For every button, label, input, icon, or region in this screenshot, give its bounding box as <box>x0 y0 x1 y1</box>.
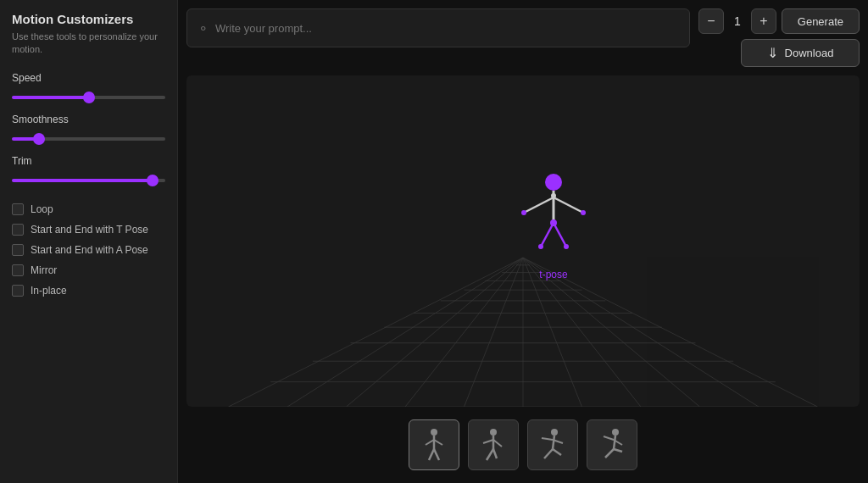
svg-point-27 <box>581 210 586 215</box>
svg-line-48 <box>542 438 553 440</box>
svg-line-50 <box>544 449 553 458</box>
svg-line-28 <box>541 223 554 247</box>
sidebar-title: Motion Customizers <box>12 12 165 26</box>
svg-line-54 <box>604 436 614 440</box>
checkbox-loop-label: Loop <box>31 203 53 215</box>
smoothness-label: Smoothness <box>12 114 165 125</box>
svg-point-32 <box>550 219 557 226</box>
svg-line-14 <box>405 258 523 407</box>
trim-slider[interactable] <box>12 179 165 182</box>
character-label: t-pose <box>539 269 567 280</box>
speed-label: Speed <box>12 72 165 84</box>
svg-point-22 <box>545 174 562 191</box>
svg-line-45 <box>493 449 497 458</box>
svg-point-34 <box>431 429 437 436</box>
prompt-area[interactable]: ⚬ <box>186 8 690 47</box>
trim-slider-wrapper <box>12 172 165 185</box>
checkbox-apose-box[interactable] <box>12 244 24 256</box>
character-wrapper: t-pose <box>515 172 592 280</box>
checkbox-section: Loop Start and End with T Pose Start and… <box>12 203 165 297</box>
svg-line-13 <box>347 258 523 407</box>
search-icon: ⚬ <box>198 20 209 36</box>
speed-slider[interactable] <box>12 96 165 99</box>
svg-line-44 <box>487 449 493 460</box>
smoothness-slider-wrapper <box>12 130 165 143</box>
svg-line-11 <box>229 258 523 407</box>
checkbox-tpose-label: Start and End with T Pose <box>31 224 148 236</box>
smoothness-section: Smoothness <box>12 114 165 143</box>
speed-section: Speed <box>12 72 165 102</box>
checkbox-loop-box[interactable] <box>12 203 24 215</box>
pose-icon-2 <box>478 428 509 462</box>
svg-line-53 <box>614 436 615 449</box>
checkbox-mirror-box[interactable] <box>12 264 24 276</box>
smoothness-slider[interactable] <box>12 137 165 141</box>
sidebar: Motion Customizers Use these tools to pe… <box>0 0 178 483</box>
pose-card-1[interactable] <box>409 419 459 470</box>
svg-point-46 <box>551 429 558 436</box>
svg-line-56 <box>605 449 614 458</box>
svg-line-12 <box>287 258 523 407</box>
checkbox-inplace-box[interactable] <box>12 285 24 297</box>
top-bar: ⚬ − 1 + Generate ⇓ Download <box>186 8 860 67</box>
svg-point-52 <box>612 429 619 436</box>
svg-point-31 <box>564 244 569 249</box>
main-content: ⚬ − 1 + Generate ⇓ Download <box>178 0 868 483</box>
bottom-pose-bar <box>186 415 860 475</box>
generate-button[interactable]: Generate <box>782 8 860 34</box>
character-svg <box>515 172 592 265</box>
download-label: Download <box>785 47 834 59</box>
svg-line-57 <box>614 449 622 452</box>
checkbox-mirror[interactable]: Mirror <box>12 264 165 276</box>
increment-button[interactable]: + <box>751 8 776 34</box>
sidebar-subtitle: Use these tools to personalize your moti… <box>12 31 165 57</box>
svg-point-33 <box>551 193 556 198</box>
trim-section: Trim <box>12 155 165 185</box>
checkbox-inplace[interactable]: In-place <box>12 285 165 297</box>
pose-icon-3 <box>537 428 568 462</box>
counter-value: 1 <box>729 14 746 28</box>
download-button[interactable]: ⇓ Download <box>741 39 860 67</box>
pose-card-2[interactable] <box>468 419 519 470</box>
pose-card-3[interactable] <box>527 419 578 470</box>
trim-label: Trim <box>12 155 165 167</box>
svg-line-38 <box>429 449 434 460</box>
pose-card-4[interactable] <box>587 419 637 470</box>
svg-point-30 <box>538 244 543 249</box>
checkbox-tpose[interactable]: Start and End with T Pose <box>12 224 165 236</box>
checkbox-tpose-box[interactable] <box>12 224 24 236</box>
svg-line-24 <box>524 197 554 213</box>
svg-line-29 <box>554 223 566 247</box>
svg-line-43 <box>493 440 502 447</box>
svg-line-39 <box>434 449 439 460</box>
svg-line-25 <box>554 197 583 213</box>
decrement-button[interactable]: − <box>698 8 724 34</box>
top-right: − 1 + Generate ⇓ Download <box>698 8 860 67</box>
pose-icon-4 <box>597 428 627 462</box>
viewport: t-pose <box>186 75 860 407</box>
svg-point-26 <box>521 210 526 215</box>
checkbox-apose-label: Start and End with A Pose <box>31 244 148 256</box>
prompt-input[interactable] <box>215 22 679 35</box>
checkbox-apose[interactable]: Start and End with A Pose <box>12 244 165 256</box>
svg-line-36 <box>426 440 434 445</box>
counter-row: − 1 + Generate <box>698 8 860 34</box>
checkbox-mirror-label: Mirror <box>31 264 57 276</box>
speed-slider-wrapper <box>12 89 165 102</box>
svg-line-47 <box>553 436 554 449</box>
checkbox-inplace-label: In-place <box>31 285 67 297</box>
svg-line-51 <box>553 449 561 455</box>
pose-icon-1 <box>419 428 449 462</box>
download-icon: ⇓ <box>767 45 778 61</box>
svg-line-37 <box>434 440 442 445</box>
svg-point-40 <box>490 429 497 436</box>
svg-line-42 <box>483 440 493 443</box>
svg-line-15 <box>465 258 523 407</box>
checkbox-loop[interactable]: Loop <box>12 203 165 215</box>
